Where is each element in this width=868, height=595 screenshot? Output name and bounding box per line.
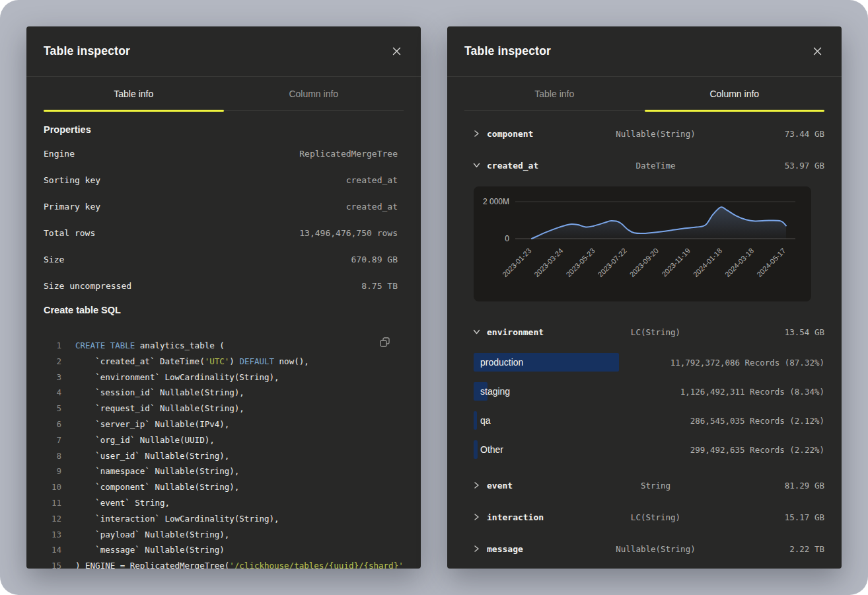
close-button[interactable]: [390, 44, 404, 58]
column-size: 13.54 GB: [712, 327, 824, 337]
column-name: message: [487, 544, 599, 554]
distribution-row-staging: staging 1,126,492,311 Records (8.34%): [464, 377, 824, 406]
column-name: created_at: [487, 161, 599, 171]
column-size: 81.29 GB: [712, 481, 824, 491]
tab-column-info[interactable]: Column info: [645, 77, 825, 110]
chevron-right-icon[interactable]: [464, 481, 487, 489]
property-value: ReplicatedMergeTree: [299, 149, 404, 159]
line-number: 6: [44, 416, 61, 432]
sql-line-10: 10 `component` Nullable(String),: [44, 479, 404, 495]
column-name: component: [487, 129, 599, 139]
chevron-down-icon[interactable]: [464, 328, 487, 336]
column-size: 2.22 TB: [712, 544, 824, 554]
column-row-component[interactable]: component Nullable(String) 73.44 GB: [464, 118, 824, 149]
dialog-header: Table inspector: [447, 26, 842, 77]
property-label: Sorting key: [44, 175, 100, 185]
column-type: String: [599, 481, 711, 491]
chevron-right-icon[interactable]: [464, 513, 487, 521]
property-label: Engine: [44, 149, 75, 159]
column-size: 15.17 GB: [712, 512, 824, 522]
close-icon: [813, 47, 822, 56]
sql-line-6: 6 `server_ip` Nullable(IPv4),: [44, 416, 404, 432]
line-number: 3: [44, 370, 61, 385]
dialog-header: Table inspector: [26, 26, 421, 77]
property-label: Primary key: [44, 202, 100, 212]
property-row-engine: Engine ReplicatedMergeTree: [44, 140, 404, 167]
sql-line-3: 3 `environment` LowCardinality(String),: [44, 370, 404, 385]
column-type: Nullable(String): [599, 129, 711, 139]
table-inspector-dialog-left: Table inspector Table infoColumn info Pr…: [26, 26, 421, 569]
distribution-bar: [474, 440, 478, 459]
property-value: 13,496,476,750 rows: [299, 228, 404, 238]
svg-text:0: 0: [505, 234, 509, 243]
column-row-interaction[interactable]: interaction LC(String) 15.17 GB: [464, 501, 824, 533]
copy-icon: [379, 337, 390, 348]
property-row-sorting-key: Sorting key created_at: [44, 167, 404, 193]
close-icon: [392, 47, 401, 56]
property-value: created_at: [346, 202, 404, 212]
chevron-right-icon[interactable]: [464, 545, 487, 553]
line-number: 14: [44, 542, 61, 558]
dialog-title: Table inspector: [44, 44, 130, 58]
property-value: created_at: [346, 175, 404, 185]
tab-bar: Table infoColumn info: [44, 77, 404, 111]
property-value: 8.75 TB: [361, 281, 404, 291]
sql-code-block: 1CREATE TABLE analytics_table ( 2 `creat…: [44, 330, 404, 569]
property-label: Total rows: [44, 228, 95, 238]
column-row-event[interactable]: event String 81.29 GB: [464, 469, 824, 501]
properties-heading: Properties: [44, 124, 404, 135]
table-info-content: Properties Engine ReplicatedMergeTree So…: [26, 124, 421, 569]
svg-text:2023-05-23: 2023-05-23: [564, 247, 596, 278]
svg-text:2023-01-23: 2023-01-23: [501, 247, 532, 278]
line-number: 1: [44, 338, 61, 354]
sql-line-7: 7 `org_id` Nullable(UUID),: [44, 432, 404, 448]
properties-list: Engine ReplicatedMergeTree Sorting key c…: [44, 140, 404, 299]
page-background: Table inspector Table infoColumn info Pr…: [0, 0, 868, 595]
line-number: 5: [44, 401, 61, 416]
column-info-list: component Nullable(String) 73.44 GB crea…: [447, 111, 842, 565]
line-number: 7: [44, 432, 61, 448]
line-number: 15: [44, 558, 61, 569]
column-name: interaction: [487, 512, 599, 522]
tab-column-info[interactable]: Column info: [224, 77, 404, 110]
svg-text:2024-03-18: 2024-03-18: [723, 247, 755, 278]
svg-text:2024-05-17: 2024-05-17: [755, 247, 787, 278]
property-row-total-rows: Total rows 13,496,476,750 rows: [44, 219, 404, 246]
sql-line-15: 15) ENGINE = ReplicatedMergeTree('/click…: [44, 558, 404, 569]
sql-line-2: 2 `created_at` DateTime('UTC') DEFAULT n…: [44, 354, 404, 370]
property-label: Size uncompressed: [44, 281, 131, 291]
svg-text:2023-11-19: 2023-11-19: [660, 247, 692, 278]
line-number: 2: [44, 354, 61, 370]
column-row-environment[interactable]: environment LC(String) 13.54 GB: [464, 316, 824, 348]
property-row-primary-key: Primary key created_at: [44, 193, 404, 219]
column-size: 53.97 GB: [712, 161, 824, 171]
tab-table-info[interactable]: Table info: [44, 77, 224, 110]
chevron-down-icon[interactable]: [464, 161, 487, 169]
create-table-sql-heading: Create table SQL: [44, 305, 404, 315]
distribution-label: production: [480, 357, 523, 368]
distribution-label: staging: [480, 386, 510, 397]
property-row-size: Size 670.89 GB: [44, 246, 404, 272]
chevron-right-icon[interactable]: [464, 130, 487, 138]
created-at-histogram-panel: 2 000M 0 2023-01-232023-03-242023-05-232…: [474, 186, 811, 301]
line-number: 8: [44, 448, 61, 464]
copy-button[interactable]: [377, 334, 393, 350]
property-row-size-uncompressed: Size uncompressed 8.75 TB: [44, 272, 404, 299]
line-number: 12: [44, 511, 61, 527]
column-row-message[interactable]: message Nullable(String) 2.22 TB: [464, 533, 824, 565]
svg-text:2023-03-24: 2023-03-24: [532, 247, 564, 278]
tab-bar: Table infoColumn info: [464, 77, 824, 111]
tab-table-info[interactable]: Table info: [464, 77, 645, 110]
line-number: 10: [44, 479, 61, 495]
column-row-created-at[interactable]: created_at DateTime 53.97 GB: [464, 149, 824, 181]
line-number: 4: [44, 385, 61, 401]
table-inspector-dialog-right: Table inspector Table infoColumn info co…: [447, 26, 842, 569]
svg-text:2023-09-20: 2023-09-20: [628, 247, 660, 278]
sql-line-5: 5 `request_id` Nullable(String),: [44, 401, 404, 416]
line-number: 13: [44, 527, 61, 543]
sql-line-1: 1CREATE TABLE analytics_table (: [44, 338, 404, 354]
close-button[interactable]: [811, 44, 824, 58]
distribution-label: qa: [480, 415, 491, 426]
sql-line-4: 4 `session_id` Nullable(String),: [44, 385, 404, 401]
column-size: 73.44 GB: [712, 129, 824, 139]
